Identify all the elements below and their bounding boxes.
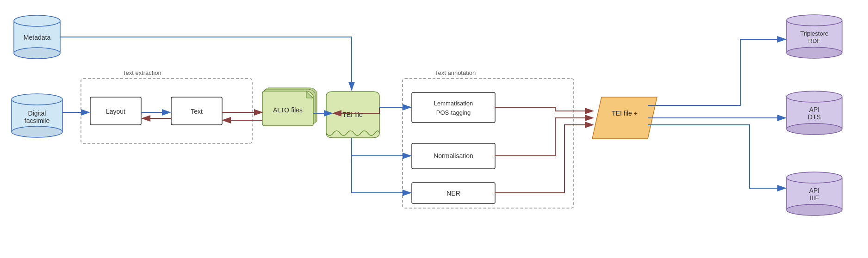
- metadata-node: Metadata: [14, 15, 60, 59]
- svg-point-12: [787, 47, 842, 58]
- tei-file-label: TEI file: [342, 111, 363, 118]
- api-iiif-label-2: IIIF: [810, 194, 819, 202]
- triplestore-label-1: Triplestore: [800, 30, 829, 37]
- triplestore-label-2: RDF: [808, 37, 821, 44]
- alto-files-label: ALTO files: [273, 106, 303, 114]
- arrow-tei-plus-triplestore: [648, 39, 786, 105]
- svg-point-14: [787, 91, 842, 102]
- tei-file-node: TEI file: [326, 92, 379, 138]
- arrow-tei-ner: [352, 138, 411, 193]
- arrow-tei-normalisation: [352, 138, 411, 156]
- api-dts-node: API DTS: [787, 91, 842, 135]
- arrow-lemm-tei-plus: [495, 107, 593, 111]
- svg-point-11: [787, 15, 842, 26]
- text-annotation-label: Text annotation: [435, 69, 476, 76]
- normalisation-label: Normalisation: [434, 152, 473, 160]
- triplestore-rdf-node: Triplestore RDF: [787, 15, 842, 58]
- ner-label: NER: [446, 190, 460, 197]
- text-label: Text: [191, 108, 203, 115]
- digital-facsimile-node: Digital facsimile: [12, 94, 62, 137]
- svg-point-5: [14, 15, 60, 26]
- lemmatisation-label-1: Lemmatisation: [434, 100, 473, 107]
- digital-facsimile-label-1: Digital: [28, 110, 46, 117]
- tei-file-plus-label-1: TEI file +: [612, 110, 638, 117]
- metadata-label: Metadata: [24, 34, 51, 41]
- pipeline-diagram: Metadata Digital facsimile Text extracti…: [0, 0, 868, 258]
- lemmatisation-box: [412, 92, 495, 123]
- svg-point-6: [14, 48, 60, 59]
- api-iiif-node: API IIIF: [787, 172, 842, 215]
- svg-point-9: [12, 126, 62, 137]
- arrow-metadata-tei: [60, 37, 352, 90]
- arrow-normalisation-tei-plus: [495, 118, 593, 156]
- arrow-ner-tei-plus: [495, 125, 593, 193]
- tei-file-plus-node: TEI file +: [592, 97, 657, 139]
- api-dts-label-2: DTS: [808, 113, 821, 121]
- layout-label: Layout: [106, 108, 125, 115]
- svg-point-17: [787, 172, 842, 183]
- lemmatisation-label-2: POS-tagging: [436, 109, 471, 116]
- alto-files-node: ALTO files: [262, 88, 317, 126]
- svg-point-8: [12, 94, 62, 105]
- svg-point-18: [787, 204, 842, 215]
- digital-facsimile-label-2: facsimile: [25, 117, 50, 124]
- text-extraction-label: Text extraction: [123, 69, 161, 76]
- api-iiif-label-1: API: [809, 187, 820, 194]
- arrow-tei-plus-api-iiif: [648, 125, 786, 188]
- svg-point-15: [787, 123, 842, 135]
- api-dts-label-1: API: [809, 106, 820, 113]
